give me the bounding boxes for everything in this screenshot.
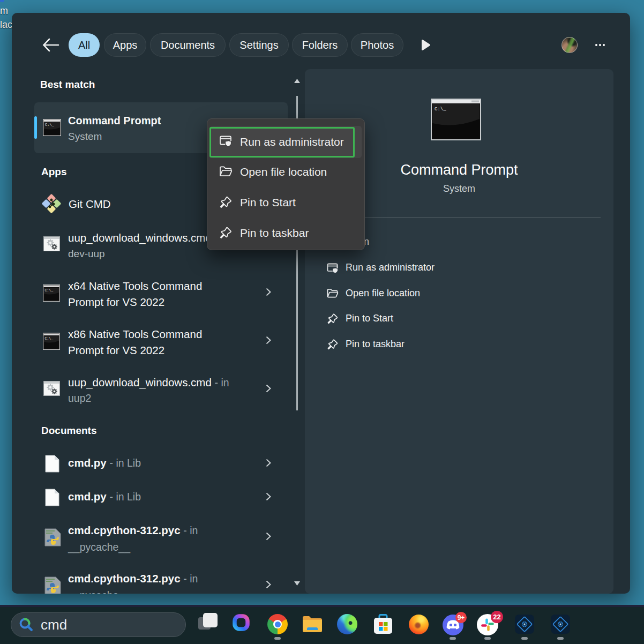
svg-text:C:\_: C:\_ bbox=[435, 107, 446, 112]
svg-text:C:\_: C:\_ bbox=[45, 123, 55, 127]
svg-text:C:\_: C:\_ bbox=[45, 289, 54, 293]
svg-text:C:\_: C:\_ bbox=[45, 337, 54, 341]
